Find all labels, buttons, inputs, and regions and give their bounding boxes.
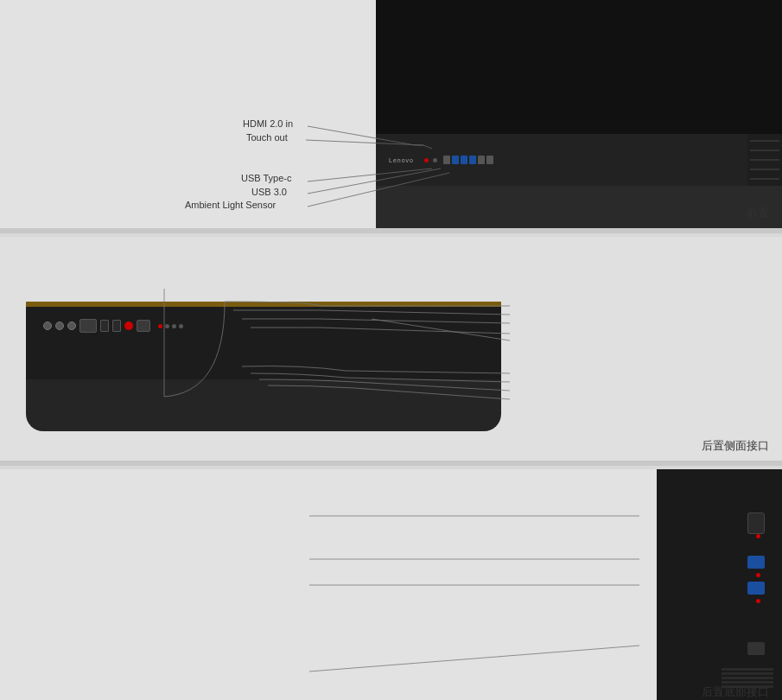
section-front: Lenovo <box>0 0 782 233</box>
section-rear-side: VGA Touch out HDMI 2.0 in HDMI 2.0 in Au… <box>0 237 782 466</box>
indicator-dot <box>424 158 429 162</box>
label-usb-typec: USB Type-c <box>241 173 292 183</box>
section-rear-bottom-label: 后置底部接口 <box>702 684 769 700</box>
ports-row <box>443 156 493 164</box>
label-touch-out: Touch out <box>246 132 288 143</box>
port-indicator <box>433 158 437 162</box>
lenovo-logo: Lenovo <box>389 157 414 163</box>
section-rear-bottom: RS232 USB 2.0 USB 2.0 USB 2.0 后置底部接口 <box>0 469 782 700</box>
section-rear-side-label: 后置侧面接口 <box>702 438 769 454</box>
label-hdmi-in: HDMI 2.0 in <box>243 118 293 129</box>
section-front-label: 前置 <box>747 206 769 221</box>
label-als: Ambient Light Sensor <box>185 200 276 210</box>
label-usb30: USB 3.0 <box>251 187 287 197</box>
svg-line-9 <box>309 646 639 671</box>
